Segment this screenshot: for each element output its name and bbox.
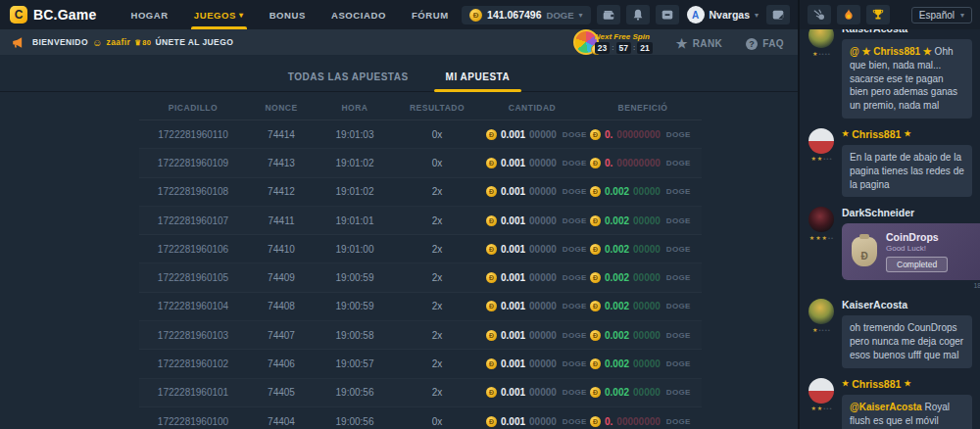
- bet-result: 2x: [394, 330, 480, 341]
- avatar[interactable]: [808, 128, 834, 154]
- star-icon: ★: [842, 379, 849, 388]
- brand-logo[interactable]: C BC.Game: [10, 6, 96, 24]
- tab-all-bets[interactable]: TODAS LAS APUESTAS: [282, 66, 415, 91]
- wallet-button[interactable]: [597, 5, 620, 24]
- avatar[interactable]: [808, 29, 834, 48]
- doge-coin-icon: Đ: [486, 330, 497, 341]
- mention-link[interactable]: @ ★ Chriss881 ★: [850, 46, 932, 57]
- chat-username[interactable]: ★Chriss881★: [842, 378, 972, 390]
- coindrops-card: ĐCoinDropsGood Luck!Completed: [842, 223, 980, 280]
- timer-hours: 23: [595, 42, 610, 54]
- vault-button[interactable]: [656, 5, 679, 24]
- doge-coin-icon: Đ: [486, 416, 497, 427]
- user-level-stars: ★★★••: [809, 234, 833, 241]
- announcement-username[interactable]: zaafir: [107, 37, 131, 47]
- bet-amount-padding: 00000: [529, 215, 557, 226]
- table-row[interactable]: 17222819601007440419:00:560xĐ0.00100000D…: [139, 407, 702, 429]
- dot-icon: •: [823, 156, 825, 162]
- bet-result: 2x: [394, 244, 480, 255]
- chat-message-body: KaiserAcostaoh tremendo CounDrops pero n…: [842, 299, 972, 367]
- chat-username[interactable]: ★Chriss881★: [842, 128, 972, 140]
- bet-nonce: 74411: [247, 215, 316, 226]
- chat-username[interactable]: KaiserAcosta: [842, 29, 972, 34]
- bet-amount-padding: 00000: [529, 301, 557, 311]
- nav-item-asociado[interactable]: ASOCIADO: [318, 0, 399, 29]
- table-row[interactable]: 17222819601027440619:00:572xĐ0.00100000D…: [139, 350, 702, 378]
- announcement-text: BIENVENIDO ☺ zaafir ♛ 80 ÚNETE AL JUEGO: [32, 37, 233, 48]
- dot-icon: •: [822, 51, 824, 57]
- table-row[interactable]: 17222819601067441019:01:002xĐ0.00100000D…: [139, 235, 702, 263]
- bet-nonce: 74406: [247, 358, 316, 369]
- bet-profit: Đ0.00200000DOGE: [584, 330, 702, 341]
- table-row[interactable]: 17222819601017440519:00:562xĐ0.00100000D…: [139, 379, 702, 407]
- timer-seconds: 21: [637, 42, 652, 54]
- bet-amount-currency: DOGE: [563, 187, 587, 196]
- balance-selector[interactable]: Đ 141.067496 DOGE ▾: [462, 6, 590, 24]
- faq-button[interactable]: ? FAQ: [746, 32, 784, 50]
- bet-amount: Đ0.00100000DOGE: [480, 387, 584, 398]
- rank-button[interactable]: ★ RANK: [676, 31, 723, 50]
- chat-username[interactable]: DarkSchneider: [842, 207, 972, 218]
- bet-time: 19:00:56: [316, 416, 394, 427]
- bet-profit: Đ0.00200000DOGE: [584, 215, 702, 226]
- dot-icon: •: [828, 327, 830, 333]
- bet-amount-currency: DOGE: [563, 417, 587, 426]
- star-icon: ★: [810, 405, 815, 411]
- notifications-button[interactable]: [626, 5, 650, 24]
- table-row[interactable]: 17222819601047440819:00:592xĐ0.00100000D…: [139, 293, 702, 321]
- doge-coin-icon: Đ: [590, 358, 601, 369]
- col-header-profit: BENEFICIÓ: [584, 103, 702, 113]
- free-spin-label: Next Free Spin: [595, 32, 653, 41]
- avatar[interactable]: [808, 299, 834, 324]
- chat-username[interactable]: KaiserAcosta: [842, 299, 972, 310]
- faq-label: FAQ: [762, 38, 784, 49]
- table-row[interactable]: 17222819601037440719:00:582xĐ0.00100000D…: [139, 321, 702, 350]
- tab-my-bets[interactable]: MI APUESTA: [440, 66, 516, 91]
- tournament-button[interactable]: [866, 5, 890, 24]
- chat-message-body: KaiserAcosta@ ★ Chriss881 ★ Ohh que bien…: [842, 29, 972, 119]
- user-menu[interactable]: A Nvargas ▾: [687, 6, 759, 24]
- nav-item-bonus[interactable]: BONUS: [257, 0, 318, 29]
- language-label: Español: [919, 10, 955, 21]
- avatar: A: [687, 6, 705, 24]
- table-row[interactable]: 17222819601077441119:01:012xĐ0.00100000D…: [139, 207, 702, 235]
- mention-link[interactable]: @KaiserAcosta: [850, 402, 922, 412]
- user-level-stars: ★★•••: [810, 405, 831, 412]
- table-row[interactable]: 17222819601097441319:01:020xĐ0.00100000D…: [139, 149, 702, 177]
- chat-toggle-button[interactable]: [766, 5, 790, 24]
- nav-item-juegos[interactable]: JUEGOS▾: [181, 0, 257, 29]
- bet-amount-value: 0.001: [501, 330, 525, 341]
- table-row[interactable]: 17222819601057440919:00:592xĐ0.00100000D…: [139, 263, 702, 292]
- bet-profit-padding: 00000: [633, 358, 661, 369]
- chat-username-text: Chriss881: [852, 128, 901, 140]
- level-value: 80: [142, 38, 151, 47]
- coindrop-gray-button[interactable]: [808, 5, 831, 24]
- chevron-down-icon: ▾: [755, 11, 759, 20]
- doge-coin-icon: Đ: [590, 244, 601, 255]
- dot-icon: •: [823, 405, 825, 411]
- dot-icon: •: [831, 235, 833, 241]
- chevron-down-icon: ▾: [579, 11, 583, 20]
- nav-item-fórum[interactable]: FÓRUM: [399, 0, 462, 29]
- chat-message: ★★★••DarkSchneiderĐCoinDropsGood Luck!Co…: [808, 207, 972, 289]
- table-row[interactable]: 17222819601107441419:01:030xĐ0.00100000D…: [139, 120, 702, 149]
- bet-hash: 1722281960101: [139, 387, 247, 398]
- star-icon: ★: [842, 129, 849, 138]
- dot-icon: •: [828, 51, 830, 57]
- avatar[interactable]: [808, 378, 834, 404]
- star-icon: ★: [822, 235, 827, 241]
- language-selector[interactable]: Español ▾: [911, 7, 972, 24]
- table-row[interactable]: 17222819601087441219:01:022xĐ0.00100000D…: [139, 178, 702, 207]
- nav-item-hogar[interactable]: HOGAR: [118, 0, 180, 29]
- bet-amount: Đ0.00100000DOGE: [480, 330, 584, 341]
- completed-button[interactable]: Completed: [886, 257, 948, 272]
- chat-message-body: ★Chriss881★En la parte de abajo de la pa…: [842, 128, 972, 197]
- bet-amount-padding: 00000: [529, 158, 557, 168]
- avatar[interactable]: [808, 207, 834, 232]
- bet-hash: 1722281960100: [139, 416, 247, 427]
- coindrop-fire-button[interactable]: [837, 5, 860, 24]
- bet-amount: Đ0.00100000DOGE: [480, 301, 584, 311]
- doge-coin-icon: Đ: [590, 158, 601, 168]
- bet-amount: Đ0.00100000DOGE: [480, 416, 584, 427]
- doge-coin-icon: Đ: [590, 129, 601, 140]
